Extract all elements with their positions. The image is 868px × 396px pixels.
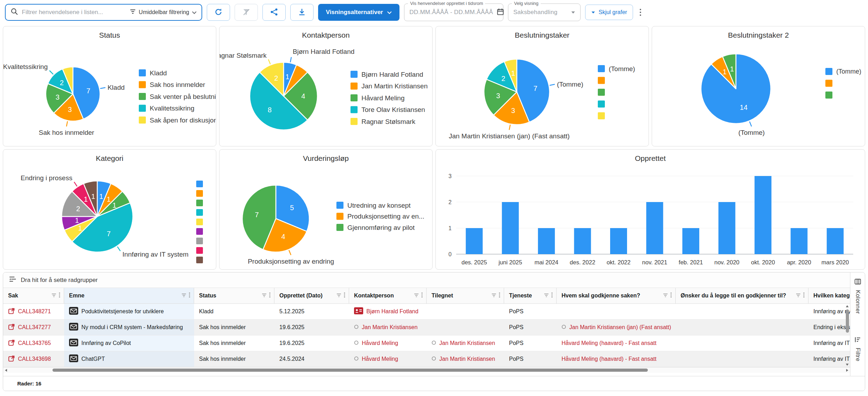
column-filter-icon[interactable]: [663, 293, 668, 299]
column-menu-icon[interactable]: [803, 292, 805, 299]
table-row[interactable]: CALL348271Poduktivitetstjeneste for utvi…: [3, 304, 850, 320]
clear-filter-button[interactable]: [235, 4, 258, 21]
refresh-button[interactable]: [207, 4, 230, 21]
row-group-dropzone[interactable]: Dra hit for å sette radgrupper: [3, 272, 850, 288]
external-link-icon[interactable]: [8, 339, 15, 347]
vertical-scrollbar[interactable]: [845, 304, 850, 367]
legend-swatch[interactable]: [351, 106, 358, 113]
external-link-icon[interactable]: [8, 323, 15, 332]
bar[interactable]: [682, 228, 699, 254]
kontaktperson-link[interactable]: Håvard Meling: [362, 356, 398, 362]
external-link-icon[interactable]: [8, 355, 15, 363]
column-menu-icon[interactable]: [421, 292, 423, 299]
legend-swatch[interactable]: [351, 71, 358, 78]
legend-swatch[interactable]: [196, 247, 203, 254]
bar[interactable]: [755, 176, 771, 254]
vertical-scroll-thumb[interactable]: [846, 309, 849, 333]
column-header-kontaktperson[interactable]: Kontaktperson: [349, 288, 427, 303]
legend-swatch[interactable]: [598, 77, 605, 84]
column-filter-icon[interactable]: [262, 293, 267, 299]
download-button[interactable]: [290, 4, 314, 21]
legend-swatch[interactable]: [196, 200, 203, 206]
scroll-left-arrow[interactable]: [5, 369, 7, 372]
bar[interactable]: [718, 202, 735, 254]
column-menu-icon[interactable]: [189, 292, 190, 299]
column-menu-icon[interactable]: [551, 292, 553, 299]
legend-swatch[interactable]: [598, 65, 605, 72]
bar[interactable]: [502, 202, 519, 254]
column-header-hvilken-kategori-p[interactable]: Hvilken kategori p: [808, 288, 850, 303]
table-row[interactable]: CALL343765Innføring av CoPilotSak hos in…: [3, 335, 850, 351]
bar[interactable]: [538, 228, 555, 254]
scroll-right-arrow[interactable]: [846, 369, 848, 372]
column-filter-icon[interactable]: [491, 293, 496, 299]
column-menu-icon[interactable]: [59, 292, 60, 299]
legend-swatch[interactable]: [196, 238, 203, 244]
kontaktperson-link[interactable]: Håvard Meling: [362, 340, 398, 346]
column-header-hvem-skal-godkjenne-saken-[interactable]: Hvem skal godkjenne saken?: [557, 288, 676, 303]
legend-swatch[interactable]: [825, 92, 832, 99]
legend-swatch[interactable]: [139, 117, 146, 124]
date-range-field[interactable]: Vis henvendelser opprettet i tidsrom DD.…: [404, 4, 503, 21]
horizontal-scroll-thumb[interactable]: [52, 369, 648, 372]
horizontal-scrollbar[interactable]: [3, 367, 850, 373]
kontaktperson-link[interactable]: Bjørn Harald Fotland: [366, 308, 418, 315]
sak-link[interactable]: CALL347277: [18, 324, 51, 331]
legend-swatch[interactable]: [598, 89, 605, 96]
more-options-button[interactable]: [638, 7, 643, 18]
column-header-tjeneste[interactable]: Tjeneste: [504, 288, 557, 303]
column-header--nsker-du-legge-til-en-godkjenner-til-[interactable]: Ønsker du å legge til en godkjenner til?: [676, 288, 808, 303]
column-menu-icon[interactable]: [499, 292, 500, 299]
legend-swatch[interactable]: [351, 83, 358, 90]
scroll-down-arrow[interactable]: [846, 364, 849, 366]
column-header-emne[interactable]: Emne: [64, 288, 194, 303]
bar[interactable]: [574, 228, 591, 254]
bar[interactable]: [610, 228, 627, 254]
column-filter-icon[interactable]: [336, 293, 341, 299]
search-box[interactable]: Umiddelbar filtrering: [5, 4, 202, 21]
legend-swatch[interactable]: [351, 118, 358, 125]
legend-swatch[interactable]: [336, 202, 343, 209]
legend-swatch[interactable]: [139, 105, 146, 112]
sak-link[interactable]: CALL348271: [18, 308, 51, 315]
godkjenner-link[interactable]: Håvard Meling (haavard) - Fast ansatt: [562, 340, 656, 346]
sak-link[interactable]: CALL343765: [18, 340, 51, 346]
kontaktperson-link[interactable]: Jan Martin Kristiansen: [362, 324, 417, 331]
legend-swatch[interactable]: [825, 68, 832, 75]
legend-swatch[interactable]: [196, 181, 203, 187]
legend-swatch[interactable]: [336, 213, 343, 220]
legend-swatch[interactable]: [196, 219, 203, 225]
bar[interactable]: [790, 228, 807, 254]
scroll-up-arrow[interactable]: [846, 305, 849, 307]
bar[interactable]: [466, 228, 483, 254]
column-header-opprettet-dato-[interactable]: Opprettet (Dato): [274, 288, 349, 303]
view-select[interactable]: Velg visning Saksbehandling: [508, 4, 581, 21]
hide-charts-button[interactable]: Skjul grafer: [585, 5, 633, 20]
column-menu-icon[interactable]: [670, 292, 672, 299]
table-row[interactable]: CALL343698ChatGPTSak hos innmelder24.5.2…: [3, 351, 850, 367]
legend-swatch[interactable]: [139, 81, 146, 88]
search-input[interactable]: [22, 9, 126, 16]
legend-swatch[interactable]: [139, 69, 146, 76]
legend-swatch[interactable]: [598, 101, 605, 108]
legend-swatch[interactable]: [598, 112, 605, 119]
legend-swatch[interactable]: [196, 257, 203, 263]
calendar-icon[interactable]: [497, 8, 504, 17]
tilegnet-link[interactable]: Jan Martin Kristiansen: [439, 340, 495, 346]
column-header-tilegnet[interactable]: Tilegnet: [427, 288, 504, 303]
legend-swatch[interactable]: [196, 228, 203, 235]
table-row[interactable]: CALL347277Ny modul i CRM system - Marked…: [3, 320, 850, 335]
column-menu-icon[interactable]: [269, 292, 271, 299]
godkjenner-link[interactable]: Jan Martin Kristiansen (jan) (Fast ansat…: [569, 324, 671, 331]
legend-swatch[interactable]: [825, 80, 832, 87]
legend-swatch[interactable]: [139, 93, 146, 100]
bar[interactable]: [646, 202, 663, 254]
tilegnet-link[interactable]: Jan Martin Kristiansen: [439, 356, 495, 362]
legend-swatch[interactable]: [351, 94, 358, 101]
column-menu-icon[interactable]: [344, 292, 345, 299]
share-button[interactable]: [262, 4, 286, 21]
column-filter-icon[interactable]: [414, 293, 419, 299]
tab-filtre[interactable]: Filtre: [850, 337, 865, 362]
legend-swatch[interactable]: [196, 190, 203, 197]
external-link-icon[interactable]: [8, 308, 15, 316]
